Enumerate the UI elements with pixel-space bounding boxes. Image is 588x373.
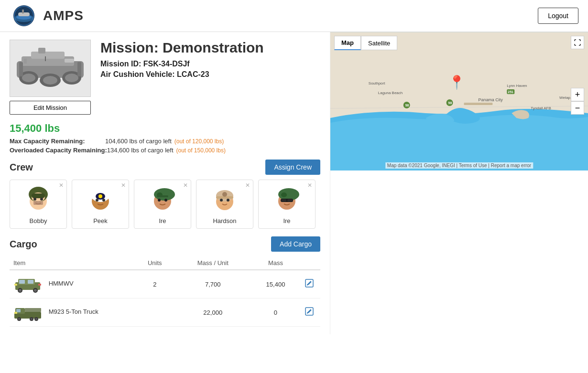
overloaded-capacity-value: 134,600 lbs of cargo left bbox=[107, 147, 174, 154]
svg-rect-8 bbox=[31, 52, 65, 59]
svg-point-33 bbox=[96, 199, 98, 202]
overloaded-capacity-row: Overloaded Capacity Remaining: 134,600 l… bbox=[10, 147, 320, 154]
cargo-table: Item Units Mass / Unit Mass HMMWV 2 7,70… bbox=[10, 256, 320, 327]
vehicle-image bbox=[10, 40, 91, 97]
logout-button[interactable]: Logout bbox=[538, 8, 578, 24]
svg-rect-62 bbox=[14, 284, 17, 286]
crew-card: ✕ Ire bbox=[134, 180, 191, 229]
map-zoom-controls: + − bbox=[571, 88, 584, 115]
svg-point-34 bbox=[102, 199, 105, 202]
cargo-item-name: M923 5-Ton Truck bbox=[10, 298, 134, 327]
cargo-item-label: M923 5-Ton Truck bbox=[49, 308, 98, 315]
svg-point-61 bbox=[34, 289, 37, 292]
map-zoom-out-button[interactable]: − bbox=[571, 101, 584, 115]
crew-remove-button[interactable]: ✕ bbox=[245, 182, 250, 189]
cargo-mass-per-unit: 22,000 bbox=[176, 298, 250, 327]
svg-rect-16 bbox=[19, 62, 23, 76]
crew-remove-button[interactable]: ✕ bbox=[183, 182, 188, 189]
svg-point-25 bbox=[33, 198, 36, 201]
col-mass: Mass bbox=[250, 256, 301, 270]
edit-mission-button[interactable]: Edit Mission bbox=[10, 101, 91, 115]
svg-rect-9 bbox=[38, 48, 45, 53]
svg-rect-19 bbox=[65, 59, 74, 63]
table-row: HMMWV 2 7,700 15,400 bbox=[10, 270, 320, 298]
cargo-edit-cell bbox=[301, 298, 320, 327]
svg-point-14 bbox=[43, 76, 57, 85]
mission-vehicle: Air Cushion Vehicle: LCAC-23 bbox=[100, 70, 320, 79]
main-layout: Edit Mission Mission: Demonstration Miss… bbox=[0, 32, 588, 334]
col-mass-per-unit: Mass / Unit bbox=[176, 256, 250, 270]
svg-rect-18 bbox=[24, 59, 27, 64]
crew-name: Peek bbox=[76, 217, 125, 224]
crew-card: ✕ Hardson bbox=[196, 180, 253, 229]
mission-top: Edit Mission Mission: Demonstration Miss… bbox=[10, 40, 320, 115]
crew-card: ✕ Peek bbox=[72, 180, 129, 229]
load-section: 15,400 lbs Max Capacity Remaining: 104,6… bbox=[10, 122, 320, 154]
svg-text:Panama City: Panama City bbox=[478, 97, 503, 102]
cargo-units bbox=[134, 298, 176, 327]
svg-point-45 bbox=[220, 199, 223, 202]
svg-rect-75 bbox=[14, 312, 17, 314]
svg-point-74 bbox=[35, 318, 38, 320]
cargo-item-name: HMMWV bbox=[10, 270, 134, 298]
crew-name: Bobby bbox=[14, 217, 63, 224]
vehicle-image-container: Edit Mission bbox=[10, 40, 91, 115]
svg-text:Lynn Haven: Lynn Haven bbox=[507, 84, 527, 88]
svg-text:Laguna Beach: Laguna Beach bbox=[378, 91, 403, 95]
mission-info: Mission: Demonstration Mission ID: FSK-3… bbox=[100, 40, 320, 81]
cargo-item-label: HMMWV bbox=[49, 280, 74, 287]
svg-text:Southport: Southport bbox=[369, 81, 385, 85]
svg-rect-27 bbox=[33, 201, 43, 205]
cargo-mass: 0 bbox=[250, 298, 301, 327]
crew-remove-button[interactable]: ✕ bbox=[121, 182, 126, 189]
svg-point-46 bbox=[227, 199, 229, 202]
map-zoom-in-button[interactable]: + bbox=[571, 88, 584, 101]
cargo-title: Cargo bbox=[10, 239, 37, 250]
crew-list: ✕ Bobby ✕ Peek ✕ Ire ✕ Hardson ✕ Ire bbox=[10, 180, 320, 229]
svg-rect-52 bbox=[281, 199, 286, 202]
crew-remove-button[interactable]: ✕ bbox=[59, 182, 64, 189]
col-item: Item bbox=[10, 256, 134, 270]
map-tab-satellite[interactable]: Satellite bbox=[361, 36, 397, 50]
cargo-edit-button[interactable] bbox=[305, 281, 314, 289]
crew-title: Crew bbox=[10, 162, 33, 173]
map-fullscreen-button[interactable] bbox=[571, 36, 584, 49]
crew-remove-button[interactable]: ✕ bbox=[307, 182, 312, 189]
svg-text:98: 98 bbox=[448, 101, 452, 105]
crew-avatar bbox=[272, 184, 302, 214]
header: AMPS Logout bbox=[0, 0, 588, 32]
svg-rect-24 bbox=[32, 193, 45, 198]
svg-point-38 bbox=[158, 199, 161, 202]
overloaded-capacity-label: Overloaded Capacity Remaining: bbox=[10, 147, 107, 154]
hovercraft-svg bbox=[12, 42, 88, 95]
edit-icon bbox=[305, 279, 314, 288]
map-tab-map[interactable]: Map bbox=[334, 36, 361, 50]
max-capacity-value: 104,600 lbs of cargo left bbox=[105, 138, 172, 145]
crew-name: Ire bbox=[262, 217, 311, 224]
table-row: M923 5-Ton Truck 22,000 0 bbox=[10, 298, 320, 327]
crew-name: Hardson bbox=[200, 217, 249, 224]
crew-avatar bbox=[85, 184, 116, 214]
svg-text:Tyndall AFB: Tyndall AFB bbox=[531, 106, 551, 110]
crew-card: ✕ Bobby bbox=[10, 180, 67, 229]
map-container: Panama City Tyndall AFB Laguna Beach Lyn… bbox=[330, 32, 588, 171]
overloaded-capacity-note: (out of 150,000 lbs) bbox=[176, 147, 226, 154]
cargo-edit-button[interactable] bbox=[305, 309, 314, 317]
map-background: Panama City Tyndall AFB Laguna Beach Lyn… bbox=[330, 32, 588, 171]
logo-area: AMPS bbox=[10, 4, 84, 28]
svg-rect-40 bbox=[157, 195, 168, 197]
svg-rect-78 bbox=[464, 103, 492, 105]
svg-rect-17 bbox=[77, 62, 81, 76]
map-pin: 📍 bbox=[448, 75, 465, 90]
svg-text:251: 251 bbox=[508, 90, 513, 94]
crew-section-header: Crew Assign Crew bbox=[10, 160, 320, 175]
cargo-vehicle-icon bbox=[13, 303, 42, 321]
crew-avatar bbox=[209, 184, 240, 214]
svg-point-32 bbox=[98, 194, 102, 198]
assign-crew-button[interactable]: Assign Crew bbox=[265, 160, 320, 175]
col-units: Units bbox=[134, 256, 176, 270]
total-load-value: 15,400 lbs bbox=[10, 122, 320, 135]
cargo-section-header: Cargo Add Cargo bbox=[10, 236, 320, 252]
right-panel: Panama City Tyndall AFB Laguna Beach Lyn… bbox=[330, 32, 588, 334]
add-cargo-button[interactable]: Add Cargo bbox=[271, 236, 320, 252]
